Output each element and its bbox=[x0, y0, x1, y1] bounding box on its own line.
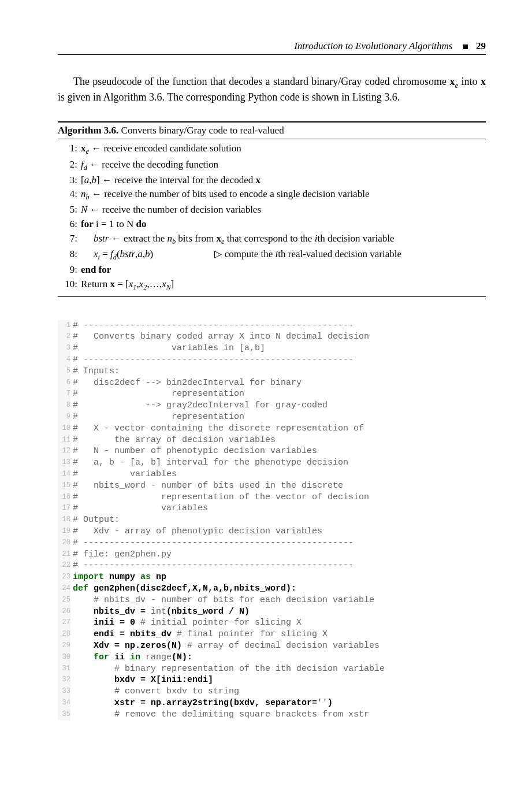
intro-paragraph: The pseudocode of the function that deco… bbox=[58, 75, 486, 104]
algorithm-caption: Converts binary/Gray code to real-valued bbox=[121, 125, 284, 136]
header-title: Introduction to Evolutionary Algorithms bbox=[294, 40, 452, 51]
page-number: 29 bbox=[476, 40, 486, 52]
algorithm-title: Algorithm 3.6. Converts binary/Gray code… bbox=[58, 123, 486, 139]
algorithm-label: Algorithm 3.6. bbox=[58, 125, 118, 136]
running-header: Introduction to Evolutionary Algorithms … bbox=[58, 40, 486, 55]
code-listing: 1# -------------------------------------… bbox=[58, 320, 486, 721]
algorithm-block: Algorithm 3.6. Converts binary/Gray code… bbox=[58, 121, 486, 296]
header-square-icon bbox=[463, 44, 468, 49]
algorithm-body: 1:xe ← receive encoded candidate solutio… bbox=[58, 139, 486, 296]
